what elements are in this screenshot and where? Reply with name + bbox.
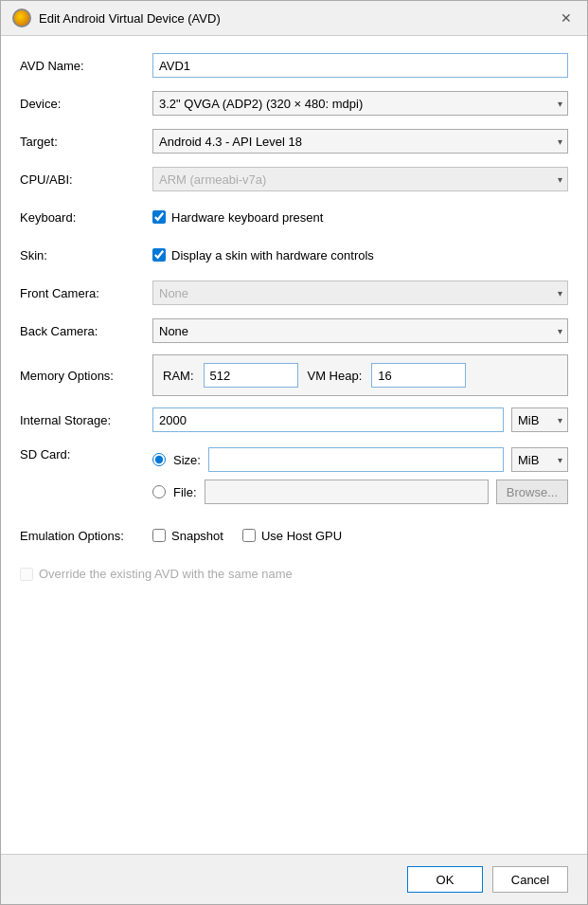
- keyboard-label: Keyboard:: [20, 210, 152, 225]
- skin-control-area: Display a skin with hardware controls: [152, 248, 568, 262]
- title-bar: Edit Android Virtual Device (AVD) ✕: [1, 1, 587, 36]
- ok-button[interactable]: OK: [407, 866, 483, 893]
- emulation-control-area: Snapshot Use Host GPU: [152, 529, 568, 543]
- sdcard-label: SD Card:: [20, 447, 152, 462]
- keyboard-control-area: Hardware keyboard present: [152, 210, 568, 225]
- title-bar-left: Edit Android Virtual Device (AVD): [12, 9, 221, 27]
- dialog-title: Edit Android Virtual Device (AVD): [39, 11, 221, 26]
- target-select-area: Android 4.3 - API Level 18 ▾: [152, 129, 568, 154]
- cpu-row: CPU/ABI: ARM (armeabi-v7a) ▾: [20, 165, 568, 193]
- back-camera-row: Back Camera: None ▾: [20, 317, 568, 345]
- device-select-wrapper: 3.2" QVGA (ADP2) (320 × 480: mdpi) ▾: [152, 91, 568, 116]
- device-select-area: 3.2" QVGA (ADP2) (320 × 480: mdpi) ▾: [152, 91, 568, 116]
- form-content: AVD Name: Device: 3.2" QVGA (ADP2) (320 …: [1, 36, 587, 854]
- cpu-label: CPU/ABI:: [20, 172, 152, 187]
- snapshot-label: Snapshot: [171, 529, 223, 543]
- target-row: Target: Android 4.3 - API Level 18 ▾: [20, 127, 568, 155]
- front-camera-label: Front Camera:: [20, 286, 152, 300]
- avd-name-label: AVD Name:: [20, 59, 152, 73]
- device-row: Device: 3.2" QVGA (ADP2) (320 × 480: mdp…: [20, 89, 568, 118]
- avd-name-input[interactable]: [152, 53, 568, 78]
- close-button[interactable]: ✕: [557, 9, 576, 27]
- vmheap-label: VM Heap:: [308, 369, 363, 383]
- cpu-select[interactable]: ARM (armeabi-v7a): [152, 167, 568, 191]
- back-camera-label: Back Camera:: [20, 324, 152, 338]
- sdcard-size-label: Size:: [173, 453, 201, 467]
- memory-row: Memory Options: RAM: VM Heap:: [20, 354, 568, 396]
- front-camera-row: Front Camera: None ▾: [20, 279, 568, 307]
- override-label: Override the existing AVD with the same …: [39, 567, 293, 581]
- skin-checkbox-label: Display a skin with hardware controls: [171, 248, 374, 262]
- android-icon: [12, 9, 31, 27]
- memory-label: Memory Options:: [20, 369, 152, 383]
- host-gpu-option: Use Host GPU: [242, 529, 342, 543]
- override-checkbox[interactable]: [20, 568, 33, 581]
- cpu-select-area: ARM (armeabi-v7a) ▾: [152, 167, 568, 191]
- avd-name-row: AVD Name:: [20, 51, 568, 80]
- ram-label: RAM:: [163, 369, 194, 383]
- keyboard-row: Keyboard: Hardware keyboard present: [20, 203, 568, 231]
- button-bar: OK Cancel: [1, 854, 587, 904]
- sdcard-file-radio[interactable]: [152, 485, 166, 498]
- sdcard-file-input[interactable]: [205, 480, 489, 504]
- storage-unit-wrapper: MiB GiB ▾: [511, 407, 568, 432]
- storage-label: Internal Storage:: [20, 413, 152, 427]
- ram-input[interactable]: [204, 363, 298, 388]
- memory-box: RAM: VM Heap:: [152, 354, 568, 396]
- sdcard-size-input[interactable]: [208, 447, 504, 472]
- host-gpu-label: Use Host GPU: [261, 529, 342, 543]
- snapshot-option: Snapshot: [152, 529, 223, 543]
- back-camera-select-wrapper: None ▾: [152, 318, 568, 343]
- back-camera-select-area: None ▾: [152, 318, 568, 343]
- emulation-label: Emulation Options:: [20, 529, 152, 543]
- device-select[interactable]: 3.2" QVGA (ADP2) (320 × 480: mdpi): [152, 91, 568, 116]
- override-row: Override the existing AVD with the same …: [20, 567, 568, 581]
- device-label: Device:: [20, 97, 152, 111]
- spacer: [20, 590, 568, 839]
- keyboard-checkbox[interactable]: [152, 210, 166, 224]
- storage-row: Internal Storage: MiB GiB ▾: [20, 406, 568, 434]
- browse-button[interactable]: Browse...: [496, 480, 568, 504]
- sdcard-size-row: Size: MiB GiB ▾: [152, 447, 568, 472]
- sdcard-row: SD Card: Size: MiB GiB ▾: [20, 443, 568, 512]
- sdcard-unit-wrapper: MiB GiB ▾: [511, 447, 568, 472]
- avd-name-field-area: [152, 53, 568, 78]
- emulation-options-row: Snapshot Use Host GPU: [152, 529, 568, 543]
- front-camera-select-wrapper: None ▾: [152, 281, 568, 305]
- storage-unit-select[interactable]: MiB GiB: [511, 407, 568, 432]
- sdcard-file-label: File:: [173, 485, 197, 499]
- back-camera-select[interactable]: None: [152, 318, 568, 343]
- emulation-row: Emulation Options: Snapshot Use Host GPU: [20, 521, 568, 550]
- front-camera-select-area: None ▾: [152, 281, 568, 305]
- keyboard-checkbox-row: Hardware keyboard present: [152, 210, 568, 225]
- storage-control-area: MiB GiB ▾: [152, 407, 568, 432]
- keyboard-checkbox-label: Hardware keyboard present: [171, 210, 323, 225]
- avd-dialog: Edit Android Virtual Device (AVD) ✕ AVD …: [0, 0, 588, 905]
- target-label: Target:: [20, 135, 152, 149]
- sdcard-file-row: File: Browse...: [152, 480, 568, 504]
- skin-checkbox[interactable]: [152, 248, 166, 262]
- skin-label: Skin:: [20, 248, 152, 262]
- vmheap-input[interactable]: [371, 363, 466, 388]
- skin-checkbox-row: Display a skin with hardware controls: [152, 248, 568, 262]
- target-select[interactable]: Android 4.3 - API Level 18: [152, 129, 568, 154]
- snapshot-checkbox[interactable]: [152, 529, 166, 542]
- cancel-button[interactable]: Cancel: [492, 866, 568, 893]
- skin-row: Skin: Display a skin with hardware contr…: [20, 241, 568, 269]
- memory-control-area: RAM: VM Heap:: [152, 354, 568, 396]
- front-camera-select[interactable]: None: [152, 281, 568, 305]
- storage-input[interactable]: [152, 407, 504, 432]
- storage-input-row: MiB GiB ▾: [152, 407, 568, 432]
- sdcard-control-area: Size: MiB GiB ▾ File: Browse...: [152, 447, 568, 512]
- sdcard-unit-select[interactable]: MiB GiB: [511, 447, 568, 472]
- host-gpu-checkbox[interactable]: [242, 529, 256, 542]
- cpu-select-wrapper: ARM (armeabi-v7a) ▾: [152, 167, 568, 191]
- sdcard-size-radio[interactable]: [152, 453, 166, 466]
- target-select-wrapper: Android 4.3 - API Level 18 ▾: [152, 129, 568, 154]
